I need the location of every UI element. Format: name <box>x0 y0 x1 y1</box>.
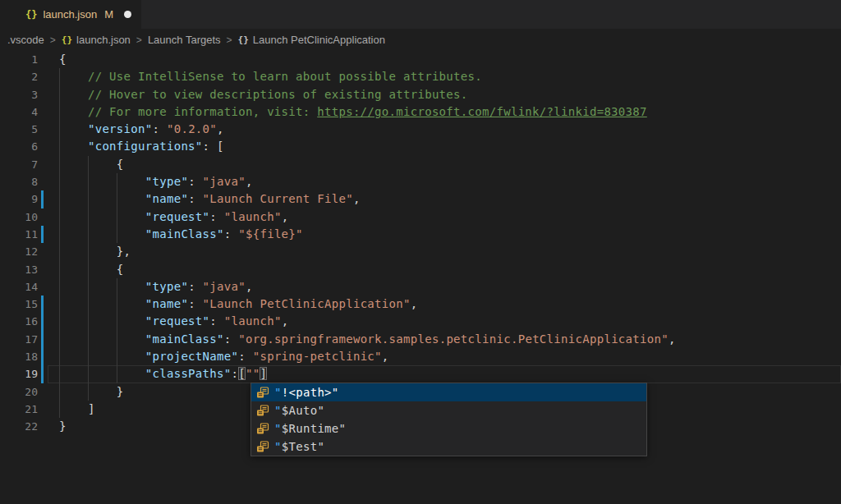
breadcrumb-item--vscode[interactable]: .vscode <box>7 34 44 46</box>
json-file-icon: {} <box>62 34 72 45</box>
code-token: [ <box>238 367 246 380</box>
breadcrumb-separator-icon: > <box>136 34 142 46</box>
gutter-modified-indicator <box>41 243 44 260</box>
code-line-17[interactable]: 17 "mainClass": "org.springframework.sam… <box>0 331 841 348</box>
code-line-7[interactable]: 7 { <box>0 156 841 173</box>
line-number[interactable]: 19 <box>0 365 38 383</box>
code-line-19[interactable]: 19 "classPaths":[""] <box>0 365 841 383</box>
code-text: // Use IntelliSense to learn about possi… <box>59 68 482 85</box>
gutter-modified-indicator <box>41 401 44 418</box>
gutter-modified-indicator <box>41 313 44 330</box>
suggest-item-runtime[interactable]: "$Runtime" <box>251 419 646 438</box>
comment-link[interactable]: https://go.microsoft.com/fwlink/?linkid=… <box>317 105 647 118</box>
code-token: // Use IntelliSense to learn about possi… <box>59 70 482 83</box>
code-line-16[interactable]: 16 "request": "launch", <box>0 313 841 330</box>
code-token: "java" <box>203 175 246 188</box>
gutter-modified-indicator <box>41 156 44 173</box>
gutter-modified-indicator <box>41 296 44 313</box>
code-text: // For more information, visit: https://… <box>59 103 647 121</box>
gutter-modified-indicator <box>41 331 44 348</box>
code-line-2[interactable]: 2 // Use IntelliSense to learn about pos… <box>0 68 841 85</box>
code-line-13[interactable]: 13 { <box>0 261 841 278</box>
code-text: "classPaths":[""] <box>59 365 267 383</box>
suggest-label: $Auto" <box>282 404 324 417</box>
suggest-match-text: " <box>274 440 282 453</box>
line-number[interactable]: 4 <box>0 103 38 121</box>
code-token: "projectName" <box>145 350 238 363</box>
code-line-15[interactable]: 15 "name": "Launch PetClinicApplication"… <box>0 296 841 313</box>
code-token: , <box>217 122 224 135</box>
code-token: { <box>59 53 67 66</box>
code-token: , <box>382 350 389 363</box>
line-number[interactable]: 15 <box>0 296 38 313</box>
code-line-1[interactable]: 1{ <box>0 51 841 68</box>
code-line-9[interactable]: 9 "name": "Launch Current File", <box>0 190 841 208</box>
breadcrumb-item-launch-json[interactable]: {}launch.json <box>62 34 131 46</box>
code-token: "mainClass" <box>145 332 224 346</box>
code-text: "mainClass": "org.springframework.sample… <box>59 331 676 348</box>
line-number[interactable]: 10 <box>0 208 38 226</box>
line-number[interactable]: 18 <box>0 348 38 365</box>
code-lines: 1{2 // Use IntelliSense to learn about p… <box>0 51 841 436</box>
suggest-item-test[interactable]: "$Test" <box>251 438 646 456</box>
code-token: ] <box>260 367 267 380</box>
code-line-4[interactable]: 4 // For more information, visit: https:… <box>0 103 841 121</box>
code-line-12[interactable]: 12 }, <box>0 243 841 260</box>
code-line-10[interactable]: 10 "request": "launch", <box>0 208 841 226</box>
code-line-5[interactable]: 5 "version": "0.2.0", <box>0 121 841 138</box>
line-number[interactable]: 6 <box>0 138 38 155</box>
line-number[interactable]: 21 <box>0 401 38 418</box>
code-text: "name": "Launch PetClinicApplication", <box>59 296 417 313</box>
code-token: "name" <box>145 297 188 310</box>
code-token: } <box>59 385 124 398</box>
line-number[interactable]: 5 <box>0 121 38 138</box>
code-token: "launch" <box>224 314 282 328</box>
line-number[interactable]: 12 <box>0 243 38 260</box>
suggest-item-path[interactable]: "!<path>" <box>251 383 646 401</box>
code-token: "" <box>246 367 260 380</box>
line-number[interactable]: 7 <box>0 156 38 173</box>
line-number[interactable]: 9 <box>0 190 38 208</box>
gutter-modified-indicator <box>41 103 44 121</box>
breadcrumb-item-launch-petclinicapplication[interactable]: {}Launch PetClinicApplication <box>238 34 385 46</box>
breadcrumb-item-launch-targets[interactable]: Launch Targets <box>148 34 221 46</box>
unsaved-dot-icon[interactable] <box>124 11 131 18</box>
code-line-3[interactable]: 3 // Hover to view descriptions of exist… <box>0 86 841 103</box>
line-number[interactable]: 1 <box>0 51 38 68</box>
line-number[interactable]: 3 <box>0 86 38 103</box>
code-text: "request": "launch", <box>59 208 288 226</box>
gutter-modified-indicator <box>41 86 44 103</box>
line-number[interactable]: 2 <box>0 68 38 85</box>
git-modified-badge: M <box>104 8 113 21</box>
code-token: // For more information, visit: <box>59 105 317 118</box>
tab-launch-json[interactable]: {} launch.json M <box>0 0 141 29</box>
code-text: { <box>59 156 124 173</box>
line-number[interactable]: 17 <box>0 331 38 348</box>
line-number[interactable]: 11 <box>0 226 38 243</box>
code-token: , <box>282 210 289 223</box>
code-text: { <box>59 261 124 278</box>
code-line-11[interactable]: 11 "mainClass": "${file}" <box>0 226 841 243</box>
gutter-modified-indicator <box>41 173 44 190</box>
code-token: : <box>224 332 238 346</box>
line-number[interactable]: 22 <box>0 418 38 435</box>
gutter-modified-indicator <box>41 121 44 138</box>
gutter-modified-indicator <box>41 226 44 243</box>
code-token <box>59 350 145 363</box>
code-line-8[interactable]: 8 "type": "java", <box>0 173 841 190</box>
code-line-6[interactable]: 6 "configurations": [ <box>0 138 841 155</box>
suggest-label: $Test" <box>282 440 324 453</box>
code-line-18[interactable]: 18 "projectName": "spring-petclinic", <box>0 348 841 365</box>
line-number[interactable]: 8 <box>0 173 38 190</box>
line-number[interactable]: 20 <box>0 383 38 401</box>
code-line-14[interactable]: 14 "type": "java", <box>0 278 841 296</box>
suggest-widget: "!<path>" "$Auto" "$Runtime" "$Test" <box>250 383 647 456</box>
suggest-match-text: " <box>274 422 282 435</box>
code-editor[interactable]: 1{2 // Use IntelliSense to learn about p… <box>0 51 841 504</box>
line-number[interactable]: 16 <box>0 313 38 330</box>
code-token <box>59 332 145 346</box>
line-number[interactable]: 14 <box>0 278 38 296</box>
code-token: } <box>59 419 67 433</box>
line-number[interactable]: 13 <box>0 261 38 278</box>
suggest-item-auto[interactable]: "$Auto" <box>251 401 646 419</box>
